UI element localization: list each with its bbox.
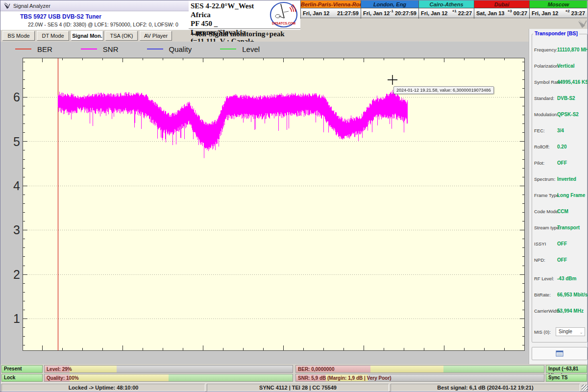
clock-berlin-paris-vienna-roma: Berlin-Paris-Vienna-RomaFri, Jan 1221:27… xyxy=(300,0,361,19)
clock-city: Moscow xyxy=(530,0,587,8)
tp-value-10: CCM xyxy=(557,209,568,214)
bar-text: Quality: 100% xyxy=(47,374,79,382)
legend-item-quality: Quality xyxy=(147,45,192,53)
tp-label-10: Code Mode: xyxy=(534,209,560,214)
progress-bar: Level: 29% xyxy=(44,365,293,373)
snr-line-swatch xyxy=(81,49,97,49)
clock-city: Berlin-Paris-Vienna-Roma xyxy=(301,0,361,8)
signal-analyzer-window: Signal Analyzer TBS 5927 USB DVB-S2 Tune… xyxy=(0,0,588,392)
clock-utc-offset: +1 xyxy=(452,9,457,13)
tp-value-15: 66,953 Mbit/s xyxy=(557,292,588,297)
tab-av-player[interactable]: AV Player xyxy=(140,31,172,41)
bar-text: BER: 0,0000000 xyxy=(298,366,335,373)
bar-zone xyxy=(70,374,169,381)
chart-legend: BERSNRQualityLevel xyxy=(15,44,288,54)
clock-utc-offset: -1 xyxy=(390,9,393,13)
tp-value-3: DVB-S2 xyxy=(557,96,575,101)
signal-plot-canvas[interactable] xyxy=(23,58,525,351)
tp-value-14: -43 dBm xyxy=(557,276,576,281)
tp-value-0: 11110,870 MHz xyxy=(557,47,588,52)
status-badge-sync-ts: Sync TS xyxy=(546,374,587,382)
tp-label-13: NPD: xyxy=(534,257,545,263)
clock-time: 00:27 xyxy=(514,10,527,16)
tab-signal-mon-[interactable]: Signal Mon. xyxy=(71,31,103,41)
tab-bs-mode[interactable]: BS Mode xyxy=(2,31,35,41)
dxsatcs-logo: DXSATCS.COM xyxy=(269,1,298,29)
legend-label: BER xyxy=(37,45,52,53)
mini-dish-icon xyxy=(577,18,588,29)
logo-text: DXSATCS.COM xyxy=(272,22,296,25)
y-tick-label-4: 4 xyxy=(7,179,20,193)
tuner-details: 22.0W - SES 4 (ID: 3380) @ LOF1: 9750000… xyxy=(28,22,178,27)
note-line-1: SES 4-22.0°W_West Africa xyxy=(191,1,269,19)
clock-utc-offset: +3 xyxy=(508,9,512,13)
tp-label-0: Frequency: xyxy=(534,47,558,52)
clock-date: Fri, Jan 12 xyxy=(363,10,390,16)
tp-value-7: OFF xyxy=(557,160,567,166)
clock-moscow: MoscowFri, Jan 12+2 23:27 xyxy=(529,0,587,19)
panel-button[interactable] xyxy=(532,347,588,360)
bar-zone xyxy=(169,374,293,381)
legend-item-level: Level xyxy=(220,45,260,53)
clock-dubai: DubaiSat, Jan 13+3 00:27 xyxy=(474,0,529,19)
clock-city: Cairo-Athens xyxy=(419,0,474,8)
clock-cairo-athens: Cairo-AthensFri, Jan 12+1 22:27 xyxy=(418,0,474,19)
tp-label-9: Frame Type: xyxy=(534,193,560,198)
bar-zone xyxy=(117,366,293,372)
tp-label-11: Stream type: xyxy=(534,225,561,230)
resize-grip[interactable] xyxy=(582,385,588,391)
legend-label: Level xyxy=(242,45,260,53)
tp-value-6: 0.20 xyxy=(557,144,566,149)
tp-value-8: Inverted xyxy=(557,176,576,182)
progress-bar: BER: 0,0000000 xyxy=(295,365,544,373)
progress-bar: Quality: 100% xyxy=(44,374,293,382)
tp-label-14: RF Level: xyxy=(534,276,554,281)
clock-time-wrap: +1 22:27 xyxy=(452,10,472,16)
clock-city: London, Eng xyxy=(361,0,418,8)
tp-value-1: Vertical xyxy=(557,63,575,69)
bar-zone xyxy=(443,366,544,372)
clock-time: 23:27 xyxy=(571,10,585,16)
world-clocks: Berlin-Paris-Vienna-RomaFri, Jan 1221:27… xyxy=(300,0,588,19)
tab-dt-mode[interactable]: DT Mode xyxy=(37,31,69,41)
plot-tooltip: 2024-01-12 19.21.58, value: 6,3000001907… xyxy=(393,86,494,94)
bar-text: Level: 29% xyxy=(47,366,72,373)
tp-value-4: QPSK-S2 xyxy=(557,112,579,117)
status-badge-lock: Lock xyxy=(1,374,43,382)
y-tick-label-3: 3 xyxy=(7,223,20,237)
status-badge-input-63-81-mbps-: Input (~63,81 Mbps) xyxy=(546,365,587,373)
tuner-name: TBS 5927 USB DVB-S2 Tuner xyxy=(20,13,101,20)
mis-dropdown[interactable]: Single ⌄ xyxy=(556,327,585,336)
y-tick-label-1: 1 xyxy=(7,312,20,325)
bar-zone xyxy=(70,366,117,372)
clock-time-wrap: +3 00:27 xyxy=(508,10,527,16)
tp-value-12: OFF xyxy=(557,241,567,246)
y-tick-label-6: 6 xyxy=(7,90,20,104)
tp-value-16: 53,994 MHz xyxy=(557,308,584,314)
tp-label-5: FEC: xyxy=(534,128,545,133)
transponder-title: Transponder [BS] xyxy=(533,30,579,36)
clock-time-wrap: 21:27:59 xyxy=(337,10,359,16)
clock-time-row: Fri, Jan 12+1 22:27 xyxy=(419,8,474,18)
bar-zone xyxy=(368,374,544,381)
tp-label-15: BitRate: xyxy=(534,292,551,297)
status-badge-present: Present xyxy=(1,365,43,373)
app-dish-icon xyxy=(3,2,10,9)
progress-bar: SNR: 5,9 dB (Margin: 1,9 dB | Very Poor) xyxy=(295,374,544,382)
tab-tsa-ok-[interactable]: TSA (OK) xyxy=(105,31,138,41)
status-section-2: Best signal: 6,1 dB (2024-01-12 19:21) xyxy=(391,384,580,392)
legend-item-ber: BER xyxy=(15,45,52,53)
mis-label: MIS (0): xyxy=(534,329,551,335)
clock-time-wrap: +2 23:27 xyxy=(565,10,585,16)
window-title: Signal Analyzer xyxy=(13,3,50,9)
bar-zone xyxy=(370,366,443,372)
y-tick-label-2: 2 xyxy=(7,268,20,281)
legend-item-snr: SNR xyxy=(81,45,119,53)
clock-london-eng: London, EngFri, Jan 12-1 20:27:59 xyxy=(361,0,418,19)
y-tick-label-5: 5 xyxy=(7,135,20,148)
tp-label-7: Pilot: xyxy=(534,160,544,166)
chevron-down-icon: ⌄ xyxy=(579,328,583,336)
level-line-swatch xyxy=(220,49,236,49)
tp-label-6: RollOff: xyxy=(534,144,550,149)
clock-time: 20:27:59 xyxy=(395,10,416,16)
